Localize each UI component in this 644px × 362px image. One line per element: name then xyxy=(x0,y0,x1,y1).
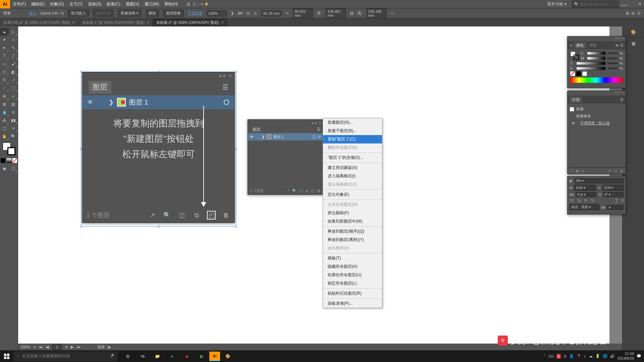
ime-indicator[interactable]: CH xyxy=(548,354,554,358)
close-icon[interactable]: ✕ xyxy=(622,91,624,96)
arrange-icon[interactable]: ▭▾ xyxy=(198,1,204,7)
start-button[interactable] xyxy=(0,350,13,362)
context-menu-item[interactable]: 粘贴时记住图层(R) xyxy=(323,289,382,298)
slice-tool[interactable]: ✂ xyxy=(9,124,18,132)
gpu-icon[interactable]: ⚡ xyxy=(204,1,210,7)
crop-button[interactable]: 裁剪图像 xyxy=(163,10,184,17)
browser-icon[interactable]: ● xyxy=(165,350,179,362)
collapse-icon[interactable]: ◄◄ xyxy=(614,91,620,96)
curvature-tool[interactable]: ✎ xyxy=(9,44,18,52)
baseline-input[interactable]: 0 pt ▾ xyxy=(576,192,596,197)
c-slider[interactable] xyxy=(587,52,605,55)
k-value[interactable] xyxy=(607,68,618,69)
m-value[interactable] xyxy=(607,58,618,59)
nav-prev-icon[interactable]: ◀ xyxy=(46,345,49,349)
mesh-tool[interactable]: ⊞ xyxy=(0,100,9,108)
new-layer-icon[interactable]: ◰ xyxy=(311,189,314,193)
graph-tool[interactable]: ▮▮ xyxy=(9,116,18,124)
illustrator-taskbar-icon[interactable]: Ai xyxy=(209,352,220,361)
target-icon[interactable] xyxy=(224,100,229,105)
artboard-number[interactable]: 1 xyxy=(52,344,62,350)
menu-effect[interactable]: 效果(C) xyxy=(104,1,123,7)
layers-tab[interactable]: 图层 xyxy=(250,126,263,133)
notifications-icon[interactable]: 💬 xyxy=(637,354,641,358)
context-menu-item[interactable]: 建立剪切蒙版(S) xyxy=(323,164,382,172)
none-mode[interactable] xyxy=(12,157,18,165)
bluetooth-icon[interactable]: ᚼ xyxy=(584,354,586,358)
constrain-icon[interactable]: ⊹ xyxy=(390,11,393,15)
opacity-input[interactable]: 100% xyxy=(207,10,227,16)
hand-tool[interactable]: ✋ xyxy=(0,132,9,140)
explorer-icon[interactable]: 📁 xyxy=(150,350,164,362)
superscript-icon[interactable]: T¹ xyxy=(584,199,587,203)
underline-icon[interactable]: T̲ xyxy=(615,198,618,203)
aa-select[interactable]: ▾ xyxy=(607,205,624,210)
shape-builder-tool[interactable]: ⊕ xyxy=(0,92,9,100)
menu-window[interactable]: 窗口(W) xyxy=(142,1,162,7)
collapse-icon[interactable]: ◄◄ xyxy=(218,73,226,78)
duplicate-icon[interactable]: ◰ xyxy=(614,169,617,173)
doc-tab-2[interactable]: 未标题-1* @ 300% (CMYK/GPU 预览)× xyxy=(79,18,153,26)
white-swatch[interactable] xyxy=(582,71,587,76)
volume-icon[interactable]: 🔊 xyxy=(610,354,615,358)
onedrive-icon[interactable]: ☁ xyxy=(589,354,593,358)
pen-tool[interactable]: ✒ xyxy=(0,44,9,52)
minimize-icon[interactable] xyxy=(621,5,628,6)
y-slider[interactable] xyxy=(576,62,605,65)
delete-layer-icon[interactable]: 🗑 xyxy=(222,211,230,220)
nav-chevron-icon[interactable]: ▾ xyxy=(65,345,67,349)
screen-mode[interactable]: ▢ xyxy=(9,165,18,173)
type-tool[interactable]: T xyxy=(0,52,9,60)
symbol-sprayer-tool[interactable]: ⁂ xyxy=(0,116,9,124)
rectangle-tool[interactable]: ▭ xyxy=(0,60,9,68)
visibility-icon[interactable]: 👁 xyxy=(250,135,254,139)
taskbar-search[interactable]: ○在这里输入你要搜索的内容🎤 xyxy=(13,351,117,361)
lasso-tool[interactable]: ⊃ xyxy=(9,36,18,44)
draw-normal[interactable]: ◉ xyxy=(0,165,9,173)
panel-menu-icon[interactable]: ☰ xyxy=(317,127,321,132)
perspective-tool[interactable]: ▱ xyxy=(9,92,18,100)
blend-tool[interactable]: ⊙ xyxy=(9,108,18,116)
context-menu-item[interactable]: 隐藏所有图层(H) xyxy=(323,262,382,271)
close-panel-icon[interactable]: ✕ xyxy=(319,121,321,125)
collapse-icon[interactable]: ◄◄ xyxy=(614,37,620,41)
app-icon-1[interactable]: ◉ xyxy=(180,350,194,362)
chevron-icon[interactable]: ❯ xyxy=(231,11,234,15)
context-menu-item[interactable]: 释放到图层(累积)(Y) xyxy=(323,236,382,244)
context-menu-item[interactable]: 锁定所有图层(L) xyxy=(323,279,382,288)
layer-row-small[interactable]: 👁 ❯ 图层 1 xyxy=(248,133,323,140)
menu-edit[interactable]: 编辑(E) xyxy=(29,1,47,7)
close-icon[interactable]: × xyxy=(638,1,641,7)
close-panel-icon[interactable]: ✕ xyxy=(228,73,232,78)
layer-name[interactable]: 图层 1 xyxy=(129,98,148,107)
gradient-tab[interactable]: 渐变 xyxy=(586,42,599,49)
zoom-tool[interactable]: 🔍 xyxy=(9,132,18,140)
add-effect-icon[interactable]: fx xyxy=(582,169,585,173)
paintbrush-tool[interactable]: 🖌 xyxy=(9,60,18,68)
add-stroke-icon[interactable]: ▢ xyxy=(570,169,573,173)
context-menu-item[interactable]: 新建图层(N)... xyxy=(323,118,382,127)
stock-icon[interactable]: St xyxy=(192,1,198,7)
c-value[interactable] xyxy=(607,53,618,54)
search-stock[interactable]: 🔍 搜索 Adobe Stock xyxy=(572,1,619,8)
mask-button[interactable]: 蒙版 xyxy=(146,10,159,17)
new-sublayer-icon[interactable]: ⧉ xyxy=(192,211,201,220)
y-value[interactable] xyxy=(607,63,618,64)
zoom-level[interactable]: 200% xyxy=(21,345,30,349)
nav-first-icon[interactable]: ⏮ xyxy=(39,345,43,349)
menu-object[interactable]: 对象(O) xyxy=(47,1,66,7)
rotate-tool[interactable]: ↻ xyxy=(0,76,9,84)
close-icon[interactable]: ✕ xyxy=(622,37,624,41)
tool-chevron-icon[interactable]: ▶ xyxy=(108,345,111,349)
scale-tool[interactable]: ⤢ xyxy=(9,76,18,84)
expand-icon[interactable]: ❯ xyxy=(262,135,265,139)
search-icon[interactable]: 🔍 xyxy=(292,189,297,193)
context-menu-item[interactable]: "图层 1"的选项(O)... xyxy=(323,154,382,162)
clock[interactable]: 21:502019/8/26 xyxy=(618,352,634,360)
locate-icon[interactable]: ↗ xyxy=(286,189,289,193)
context-menu-item[interactable]: 新建子图层(B)... xyxy=(323,127,382,135)
context-menu-item[interactable]: 轮廓化所有图层(U) xyxy=(323,271,382,279)
delete-icon[interactable]: 🗑 xyxy=(317,189,321,193)
menu-select[interactable]: 选择(S) xyxy=(85,1,104,7)
panel-toggle-icon[interactable]: ⊞ xyxy=(626,11,629,15)
